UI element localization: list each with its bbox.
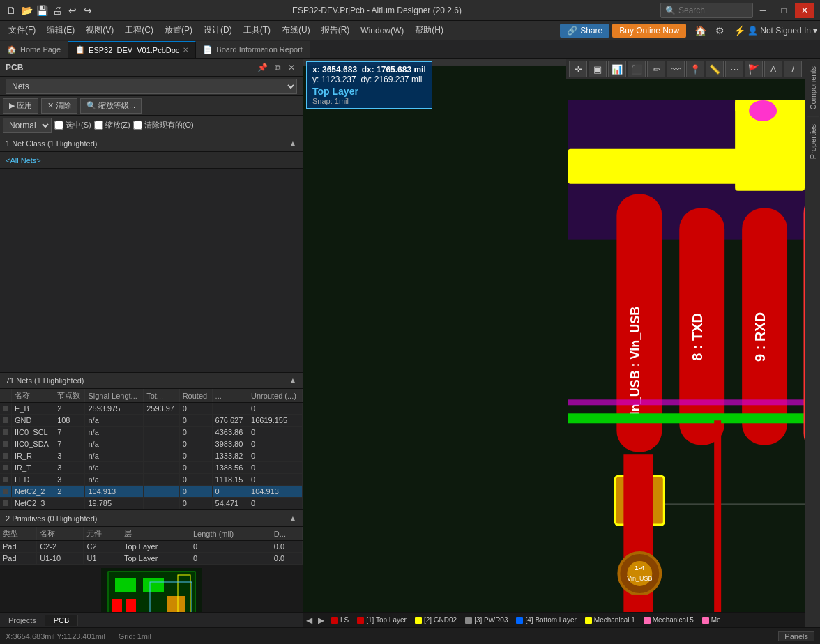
buy-online-button[interactable]: Buy Online Now bbox=[612, 24, 686, 38]
projects-tab[interactable]: Projects bbox=[0, 615, 45, 626]
layer-top[interactable]: [1] Top Layer bbox=[353, 613, 411, 628]
table-row[interactable]: IIC0_SDA 7 n/a 0 3983.80 0 bbox=[0, 438, 303, 450]
menu-design[interactable]: 设计(D) bbox=[198, 22, 238, 39]
table-row[interactable]: IIC0_SCL 7 n/a 0 4363.86 0 bbox=[0, 427, 303, 438]
menu-tools[interactable]: 工具(T) bbox=[238, 22, 276, 39]
menu-view[interactable]: 视图(V) bbox=[80, 22, 119, 39]
tool-measure[interactable]: 📏 bbox=[706, 61, 724, 77]
layer-mech1[interactable]: Mechanical 1 bbox=[581, 613, 639, 628]
layer-pwr[interactable]: [3] PWR03 bbox=[461, 613, 512, 628]
tool-chart[interactable]: 📊 bbox=[608, 61, 626, 77]
tool-select[interactable]: ▣ bbox=[589, 61, 607, 77]
layer-gnd[interactable]: [2] GND02 bbox=[411, 613, 461, 628]
share-button[interactable]: 🔗Share bbox=[560, 24, 609, 38]
select-checkbox-label[interactable]: 选中(S) bbox=[54, 120, 91, 130]
layer-nav-left[interactable]: ◀ bbox=[303, 615, 315, 625]
col-routed[interactable]: Routed bbox=[179, 389, 212, 403]
search-bar[interactable]: 🔍 bbox=[660, 3, 753, 18]
tab-boardinfo[interactable]: 📄 Board Information Report bbox=[196, 41, 310, 58]
layer-me[interactable]: Me bbox=[698, 613, 725, 628]
open-icon[interactable]: 📂 bbox=[21, 5, 32, 16]
undo-icon[interactable]: ↩ bbox=[67, 5, 78, 16]
zoom-checkbox-label[interactable]: 缩放(Z) bbox=[94, 120, 130, 130]
tool-pin[interactable]: 📍 bbox=[686, 61, 704, 77]
menu-edit[interactable]: 编辑(E) bbox=[41, 22, 80, 39]
pcb-close-button[interactable]: ✕ bbox=[286, 63, 297, 72]
maximize-button[interactable]: □ bbox=[774, 3, 794, 18]
new-icon[interactable]: 🗋 bbox=[6, 5, 17, 16]
menu-window[interactable]: Window(W) bbox=[355, 23, 409, 38]
redo-icon[interactable]: ↪ bbox=[82, 5, 93, 16]
col-tot[interactable]: Tot... bbox=[144, 389, 179, 403]
col-extra[interactable]: ... bbox=[212, 389, 248, 403]
table-row[interactable]: LED 3 n/a 0 1118.15 0 bbox=[0, 474, 303, 486]
col-name[interactable]: 名称 bbox=[12, 389, 54, 403]
tool-route[interactable]: ✏ bbox=[647, 61, 665, 77]
table-row[interactable]: NetC2_2 2 104.913 0 0 104.913 bbox=[0, 486, 303, 498]
pcb-canvas-area[interactable]: ✛ ▣ 📊 ⬛ ✏ 〰 📍 📏 ⋯ 🚩 A / x: 3654.683 dx: … bbox=[303, 59, 805, 627]
normal-select[interactable]: Normal bbox=[3, 118, 52, 133]
tool-flag[interactable]: 🚩 bbox=[745, 61, 763, 77]
tab-pcbdoc[interactable]: 📋 ESP32_DEV_V01.PcbDoc ✕ bbox=[68, 41, 196, 58]
apply-button[interactable]: ▶ 应用 bbox=[3, 98, 38, 114]
zoom-checkbox[interactable] bbox=[94, 121, 103, 130]
minimize-button[interactable]: ─ bbox=[753, 3, 773, 18]
menu-route[interactable]: 布线(U) bbox=[276, 22, 316, 39]
layer-nav-right[interactable]: ▶ bbox=[315, 615, 327, 625]
home-icon[interactable]: 🏠 bbox=[692, 23, 708, 38]
tool-rect[interactable]: ⬛ bbox=[628, 61, 646, 77]
select-checkbox[interactable] bbox=[54, 121, 63, 130]
user-menu[interactable]: 👤Not Signed In▾ bbox=[747, 26, 817, 36]
net-class-expand[interactable]: ▲ bbox=[289, 139, 297, 148]
nets-table-wrap[interactable]: 名称 节点数 Signal Lengt... Tot... Routed ...… bbox=[0, 389, 303, 509]
components-panel-tab[interactable]: Components bbox=[807, 59, 819, 116]
layer-ls[interactable]: LS bbox=[327, 613, 353, 628]
clear-button[interactable]: ✕ 清除 bbox=[41, 98, 77, 114]
save-icon[interactable]: 💾 bbox=[36, 5, 47, 16]
print-icon[interactable]: 🖨 bbox=[52, 5, 63, 16]
table-row[interactable]: IR_R 3 n/a 0 1333.82 0 bbox=[0, 450, 303, 462]
menu-file[interactable]: 文件(F) bbox=[3, 22, 41, 39]
close-button[interactable]: ✕ bbox=[795, 3, 814, 18]
all-nets-row[interactable]: <All Nets> bbox=[0, 152, 303, 169]
menu-report[interactable]: 报告(R) bbox=[316, 22, 356, 39]
settings-icon[interactable]: ⚙ bbox=[711, 23, 728, 38]
net-extra-cell bbox=[212, 403, 248, 415]
table-row[interactable]: Pad U1-10 U1 Top Layer 0 0.0 bbox=[0, 553, 303, 565]
pcb-float-button[interactable]: ⧉ bbox=[273, 63, 283, 72]
tool-wave[interactable]: 〰 bbox=[667, 61, 685, 77]
table-row[interactable]: NetC2_3 19.785 0 54.471 0 bbox=[0, 498, 303, 509]
col-nodes[interactable]: 节点数 bbox=[54, 389, 85, 403]
lightning-icon[interactable]: ⚡ bbox=[731, 23, 747, 38]
menu-place[interactable]: 放置(P) bbox=[159, 22, 198, 39]
tool-more[interactable]: ⋯ bbox=[725, 61, 743, 77]
properties-panel-tab[interactable]: Properties bbox=[807, 116, 819, 166]
clear-existing-label[interactable]: 清除现有的(O) bbox=[133, 120, 194, 130]
tool-cross[interactable]: ✛ bbox=[569, 61, 587, 77]
pcb-svg[interactable]: Vin_USB : Vin_USB 8 : TXD 9 : RXD 10 : N… bbox=[303, 59, 805, 627]
nets-expand-icon[interactable]: ▲ bbox=[289, 376, 297, 385]
tool-text[interactable]: A bbox=[764, 61, 782, 77]
table-row[interactable]: IR_T 3 n/a 0 1388.56 0 bbox=[0, 462, 303, 474]
nets-select[interactable]: Nets bbox=[6, 79, 297, 94]
table-row[interactable]: E_B 2 2593.975 2593.97 0 0 bbox=[0, 403, 303, 415]
panels-button[interactable]: Panels bbox=[778, 631, 814, 641]
prim-expand-icon[interactable]: ▲ bbox=[289, 514, 297, 523]
menu-project[interactable]: 工程(C) bbox=[119, 22, 159, 39]
col-signal[interactable]: Signal Lengt... bbox=[85, 389, 144, 403]
table-row[interactable]: GND 108 n/a 0 676.627 16619.155 bbox=[0, 415, 303, 427]
search-input[interactable] bbox=[678, 6, 748, 15]
col-unrouted[interactable]: Unrouted (...) bbox=[248, 389, 303, 403]
pcb-pin-button[interactable]: 📌 bbox=[255, 63, 270, 72]
menu-help[interactable]: 帮助(H) bbox=[409, 22, 449, 39]
zoom-button[interactable]: 🔍 缩放等级... bbox=[80, 98, 142, 114]
layer-bottom[interactable]: [4] Bottom Layer bbox=[512, 613, 580, 628]
clear-existing-checkbox[interactable] bbox=[133, 121, 142, 130]
layer-mech5[interactable]: Mechanical 5 bbox=[639, 613, 698, 628]
tab-home[interactable]: 🏠 Home Page bbox=[0, 41, 68, 58]
table-row[interactable]: Pad C2-2 C2 Top Layer 0 0.0 bbox=[0, 541, 303, 553]
net-tot-cell bbox=[144, 438, 179, 450]
tool-pen[interactable]: / bbox=[784, 61, 802, 77]
pcb-tab[interactable]: PCB bbox=[45, 615, 79, 626]
tab-close-pcb[interactable]: ✕ bbox=[183, 46, 188, 54]
